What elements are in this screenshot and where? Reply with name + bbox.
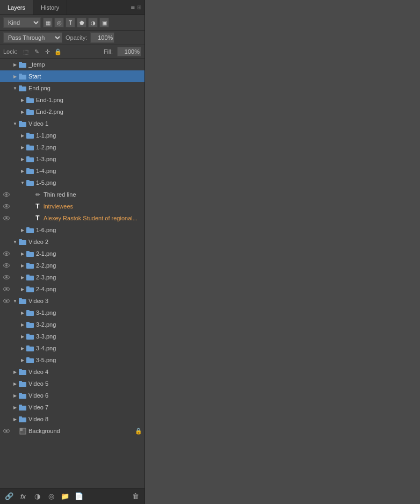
visibility-toggle-intrviewees[interactable] bbox=[2, 202, 11, 211]
layer-item-video4[interactable]: ▶Video 4 bbox=[0, 366, 144, 378]
visibility-toggle-v2_3[interactable] bbox=[2, 273, 11, 282]
visibility-toggle-v1_5[interactable] bbox=[2, 178, 11, 187]
circle-filter-icon[interactable]: ◎ bbox=[54, 18, 64, 27]
layer-item-v3_3[interactable]: ▶3-3.png bbox=[0, 330, 144, 342]
expand-btn-v3_2[interactable]: ▶ bbox=[19, 321, 26, 328]
expand-btn-v3_5[interactable]: ▶ bbox=[19, 357, 26, 363]
expand-btn-start[interactable]: ▶ bbox=[12, 73, 18, 80]
layer-item-v3_1[interactable]: ▶3-1.png bbox=[0, 307, 144, 319]
visibility-toggle-background[interactable] bbox=[2, 427, 11, 435]
expand-btn-video7[interactable]: ▶ bbox=[12, 404, 18, 411]
expand-btn-video4[interactable]: ▶ bbox=[12, 369, 18, 375]
expand-btn-end_png[interactable]: ▼ bbox=[12, 85, 18, 91]
visibility-toggle-v1_6[interactable] bbox=[2, 226, 11, 234]
delete-layer-button[interactable]: 🗑 bbox=[129, 491, 141, 502]
expand-btn-v1_2[interactable]: ▶ bbox=[19, 144, 26, 150]
opacity-input[interactable] bbox=[90, 32, 114, 43]
visibility-toggle-v1_1[interactable] bbox=[2, 131, 11, 140]
layer-item-thin_red[interactable]: ✏Thin red line bbox=[0, 189, 144, 200]
resize-icon[interactable]: ⊞ bbox=[137, 4, 141, 10]
fx-button[interactable]: fx bbox=[17, 491, 29, 502]
visibility-toggle-v1_2[interactable] bbox=[2, 143, 11, 152]
visibility-toggle-alexey[interactable] bbox=[2, 214, 11, 222]
layer-item-video7[interactable]: ▶Video 7 bbox=[0, 401, 144, 413]
expand-btn-video8[interactable]: ▶ bbox=[12, 416, 18, 422]
expand-btn-background[interactable] bbox=[12, 428, 18, 434]
panel-menu-icon[interactable]: ≡ bbox=[131, 3, 135, 11]
layer-item-v1_2[interactable]: ▶1-2.png bbox=[0, 141, 144, 153]
layer-item-video6[interactable]: ▶Video 6 bbox=[0, 390, 144, 401]
visibility-toggle-end1[interactable] bbox=[2, 96, 11, 104]
blend-mode-select[interactable]: Pass Through bbox=[3, 32, 62, 43]
layer-item-v1_3[interactable]: ▶1-3.png bbox=[0, 153, 144, 165]
layer-item-v2_1[interactable]: ▶2-1.png bbox=[0, 248, 144, 260]
layer-item-temp[interactable]: ▶_temp bbox=[0, 59, 144, 70]
expand-btn-video6[interactable]: ▶ bbox=[12, 392, 18, 399]
layer-item-video3[interactable]: ▼Video 3 bbox=[0, 295, 144, 307]
expand-btn-v1_4[interactable]: ▶ bbox=[19, 168, 26, 174]
expand-btn-v1_5[interactable]: ▼ bbox=[19, 179, 26, 186]
tab-layers[interactable]: Layers bbox=[0, 0, 33, 15]
add-mask-button[interactable]: ◑ bbox=[31, 491, 43, 502]
expand-btn-temp[interactable]: ▶ bbox=[12, 61, 18, 68]
layer-item-video1[interactable]: ▼Video 1 bbox=[0, 118, 144, 129]
visibility-toggle-video3[interactable] bbox=[2, 297, 11, 305]
visibility-toggle-start[interactable] bbox=[2, 72, 11, 81]
lock-transparent-icon[interactable]: ⬚ bbox=[21, 47, 30, 56]
layer-item-start[interactable]: ▶Start bbox=[0, 70, 144, 82]
layer-item-v2_2[interactable]: ▶2-2.png bbox=[0, 260, 144, 271]
layer-item-background[interactable]: Background🔒 bbox=[0, 425, 144, 437]
visibility-toggle-v3_5[interactable] bbox=[2, 356, 11, 364]
expand-btn-v3_4[interactable]: ▶ bbox=[19, 345, 26, 351]
expand-btn-v2_2[interactable]: ▶ bbox=[19, 262, 26, 269]
text-filter-icon[interactable]: T bbox=[66, 18, 75, 27]
visibility-toggle-end2[interactable] bbox=[2, 107, 11, 116]
layer-item-end_png[interactable]: ▼End.png bbox=[0, 82, 144, 94]
expand-btn-video3[interactable]: ▼ bbox=[12, 298, 18, 304]
visibility-toggle-v2_2[interactable] bbox=[2, 261, 11, 270]
new-adj-layer-button[interactable]: ◎ bbox=[45, 491, 57, 502]
expand-btn-video5[interactable]: ▶ bbox=[12, 380, 18, 387]
layer-item-intrviewees[interactable]: Tintrviewees bbox=[0, 200, 144, 212]
visibility-toggle-video4[interactable] bbox=[2, 368, 11, 376]
lock-image-icon[interactable]: ✎ bbox=[32, 47, 41, 56]
fill-input[interactable] bbox=[117, 47, 141, 56]
image-filter-icon[interactable]: ▦ bbox=[43, 18, 53, 27]
link-layers-button[interactable]: 🔗 bbox=[3, 491, 15, 502]
expand-btn-intrviewees[interactable] bbox=[27, 203, 33, 210]
expand-btn-v1_6[interactable]: ▶ bbox=[19, 227, 26, 233]
expand-btn-end2[interactable]: ▶ bbox=[19, 109, 26, 115]
adjustment-filter-icon[interactable]: ◑ bbox=[88, 18, 98, 27]
new-layer-button[interactable]: 📄 bbox=[73, 491, 85, 502]
layer-item-video8[interactable]: ▶Video 8 bbox=[0, 413, 144, 425]
expand-btn-v1_3[interactable]: ▶ bbox=[19, 156, 26, 162]
expand-btn-v2_3[interactable]: ▶ bbox=[19, 274, 26, 280]
visibility-toggle-thin_red[interactable] bbox=[2, 190, 11, 199]
layer-item-end2[interactable]: ▶End-2.png bbox=[0, 106, 144, 118]
visibility-toggle-video6[interactable] bbox=[2, 391, 11, 400]
layer-item-v2_4[interactable]: ▶2-4.png bbox=[0, 283, 144, 295]
visibility-toggle-video5[interactable] bbox=[2, 379, 11, 388]
visibility-toggle-v1_3[interactable] bbox=[2, 155, 11, 163]
expand-btn-v2_1[interactable]: ▶ bbox=[19, 250, 26, 257]
visibility-toggle-v3_4[interactable] bbox=[2, 344, 11, 352]
layer-item-v1_4[interactable]: ▶1-4.png bbox=[0, 165, 144, 177]
lock-position-icon[interactable]: ✛ bbox=[43, 47, 52, 56]
layer-item-alexey[interactable]: TAlexey Rastok Student of regional... bbox=[0, 212, 144, 224]
layer-item-v3_4[interactable]: ▶3-4.png bbox=[0, 342, 144, 354]
visibility-toggle-v3_3[interactable] bbox=[2, 332, 11, 341]
expand-btn-v3_3[interactable]: ▶ bbox=[19, 333, 26, 340]
expand-btn-video1[interactable]: ▼ bbox=[12, 120, 18, 127]
visibility-toggle-end_png[interactable] bbox=[2, 84, 11, 92]
visibility-toggle-video1[interactable] bbox=[2, 119, 11, 128]
layer-item-end1[interactable]: ▶End-1.png bbox=[0, 94, 144, 106]
expand-btn-thin_red[interactable] bbox=[27, 191, 33, 198]
layer-item-v3_2[interactable]: ▶3-2.png bbox=[0, 319, 144, 330]
layer-item-v2_3[interactable]: ▶2-3.png bbox=[0, 271, 144, 283]
expand-btn-v3_1[interactable]: ▶ bbox=[19, 309, 26, 316]
visibility-toggle-v3_1[interactable] bbox=[2, 308, 11, 317]
tab-history[interactable]: History bbox=[33, 0, 67, 15]
visibility-toggle-v2_1[interactable] bbox=[2, 249, 11, 258]
layer-item-v1_5[interactable]: ▼1-5.png bbox=[0, 177, 144, 189]
expand-btn-alexey[interactable] bbox=[27, 215, 33, 221]
